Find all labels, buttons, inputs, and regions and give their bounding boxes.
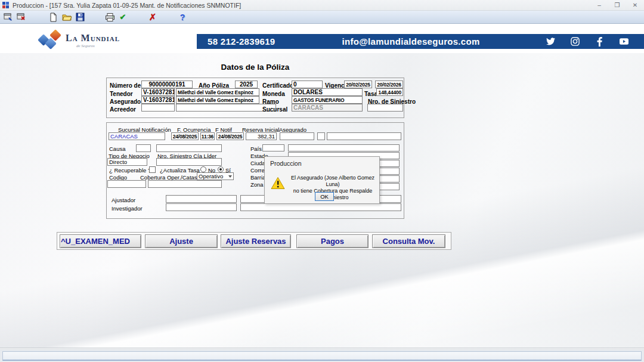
header: La Mundial de Seguros 58 212-2839619 inf…	[0, 24, 644, 53]
hora-ocurrencia-field[interactable]: 11:36	[200, 132, 215, 140]
f-notif-field[interactable]: 24/08/2025	[216, 132, 244, 140]
certificado-field[interactable]: 0	[292, 81, 323, 88]
actualiza-si-radio[interactable]	[218, 166, 224, 172]
asegurado-id-field[interactable]: V-16037281	[141, 96, 175, 104]
ajustador-codigo-field[interactable]	[166, 195, 237, 203]
actualiza-no-radio[interactable]	[200, 166, 206, 172]
twitter-icon[interactable]	[546, 37, 555, 46]
brand-tagline: de Seguros	[76, 44, 95, 48]
close-icon[interactable]: ✕	[626, 0, 644, 10]
toolbar: ✔ ✗ ?	[0, 11, 644, 24]
cobertura-dropdown[interactable]: Operativo	[197, 172, 234, 180]
record-insert-icon[interactable]	[2, 12, 14, 23]
record-delete-icon[interactable]	[16, 12, 27, 23]
examen-medico-button[interactable]: ^U_EXAMEN_MED	[60, 234, 141, 248]
certificado-label: Certificado	[262, 82, 293, 89]
status-panel	[2, 351, 642, 361]
pais-label: País	[250, 146, 262, 152]
page-title: Datos de la Póliza	[106, 63, 404, 72]
ajustador-label: Ajustador	[112, 197, 135, 203]
title-bar: Produccion - [157 Sra. Yulia Zapata 01-0…	[0, 0, 644, 11]
pagos-button[interactable]: Pagos	[296, 234, 369, 248]
ramo-field[interactable]: GASTOS FUNERARIO	[292, 96, 363, 104]
recuperable-checkbox[interactable]	[149, 166, 156, 173]
contact-bar: 58 212-2839619 info@lamundialdeseguros.c…	[197, 34, 644, 49]
ok-button[interactable]: OK	[315, 192, 334, 201]
cancel-icon[interactable]: ✗	[147, 12, 159, 23]
status-bar	[0, 350, 644, 362]
numero-field[interactable]: 90000000191	[141, 81, 193, 88]
open-folder-icon[interactable]	[61, 12, 73, 23]
dialog-message-line1: El Asegurado (Jose Alberto Gomez Luna)	[287, 175, 378, 188]
ramo-label: Ramo	[262, 98, 279, 105]
nro-lider-field[interactable]	[156, 158, 222, 166]
acreedor-nombre-field[interactable]	[176, 104, 276, 112]
dialog-title: Produccion	[270, 160, 302, 167]
causa-codigo-field[interactable]	[136, 144, 151, 152]
f-ocurrencia-field[interactable]: 24/08/2025	[171, 132, 199, 140]
print-icon[interactable]	[104, 12, 116, 23]
investigador-label: Investigador	[112, 205, 143, 212]
actualiza-tasa-label: ¿Actualiza Tasa	[160, 167, 200, 174]
ajuste-reservas-button[interactable]: Ajuste Reservas	[221, 234, 291, 248]
facebook-icon[interactable]	[595, 37, 604, 46]
vigencia-hasta-field[interactable]: 20/02/2026	[375, 81, 403, 88]
chevron-down-icon	[228, 175, 232, 178]
acreedor-label: Acreedor	[110, 106, 136, 113]
recuperable-label: ¿ Recuperable ?	[109, 167, 151, 174]
pais-field[interactable]	[288, 144, 400, 151]
brand-name: La Mundial	[66, 33, 120, 44]
moneda-label: Moneda	[262, 91, 285, 97]
email-address: info@lamundialdeseguros.com	[342, 36, 479, 47]
save-icon[interactable]	[74, 12, 86, 23]
warning-icon	[271, 177, 285, 190]
sucursal-notif-field[interactable]: CARACAS	[109, 132, 165, 140]
causa-label: Causa	[109, 146, 125, 152]
consulta-mov-button[interactable]: Consulta Mov.	[372, 234, 445, 248]
phone-number: 58 212-2839619	[208, 36, 275, 47]
anio-poliza-field[interactable]: 2025	[235, 81, 258, 88]
window-title: Produccion - [157 Sra. Yulia Zapata 01-0…	[13, 2, 241, 9]
restore-icon[interactable]: ❐	[608, 0, 626, 10]
acreedor-id-field[interactable]	[141, 104, 175, 112]
investigador-codigo-field[interactable]	[166, 203, 237, 211]
investigador-nombre-field[interactable]	[240, 203, 401, 211]
app-icon	[2, 2, 10, 9]
tipo-negocio-field[interactable]: Directo	[107, 158, 147, 166]
tasa-field[interactable]: 148,44400	[376, 88, 403, 96]
confirm-icon[interactable]: ✔	[117, 12, 129, 23]
pais-codigo-field[interactable]	[262, 144, 284, 151]
asegurado-tipo-field[interactable]	[317, 132, 325, 140]
moneda-field[interactable]: DOLARES	[292, 88, 363, 96]
app-window: Produccion - [157 Sra. Yulia Zapata 01-0…	[0, 0, 644, 362]
instagram-icon[interactable]	[571, 37, 580, 46]
warning-dialog: Produccion El Asegurado (Jose Alberto Go…	[264, 156, 380, 204]
tasa-label: Tasa	[364, 91, 377, 97]
codigo-field[interactable]	[107, 180, 146, 188]
numero-label: Número de	[110, 82, 141, 89]
asegurado-nombre-field[interactable]: Milethzi del Valle Gomez Espinoz	[176, 96, 259, 104]
cobertura-descripcion-field[interactable]	[148, 180, 222, 188]
tenedor-id-field[interactable]: V-16037281	[141, 88, 175, 96]
sucursal-field[interactable]: CARACAS	[292, 104, 363, 112]
reserva-inicial-field[interactable]: 382,31	[246, 132, 277, 140]
help-icon[interactable]: ?	[177, 12, 188, 23]
minimize-icon[interactable]: –	[590, 0, 608, 10]
new-document-icon[interactable]	[48, 12, 60, 23]
asegurado-id-notif-field[interactable]	[280, 132, 314, 140]
causa-descripcion-field[interactable]	[156, 144, 222, 152]
vigencia-desde-field[interactable]: 20/02/2025	[344, 81, 372, 88]
sucursal-label: Sucursal	[262, 106, 287, 113]
company-logo: La Mundial de Seguros	[35, 28, 154, 52]
youtube-icon[interactable]	[620, 37, 628, 46]
asegurado-nombre-notif-field[interactable]	[327, 132, 401, 140]
tenedor-label: Tenedor	[110, 91, 133, 97]
asegurado-label: Asegurado	[110, 98, 141, 105]
tenedor-nombre-field[interactable]: Milethzi del Valle Gomez Espinoz	[176, 88, 259, 96]
nro-siniestro-field[interactable]	[367, 104, 403, 112]
cobertura-value: Operativo	[199, 173, 223, 180]
main-content: Datos de la Póliza Número de Tenedor Ase…	[0, 53, 644, 348]
ajuste-button[interactable]: Ajuste	[145, 234, 218, 248]
